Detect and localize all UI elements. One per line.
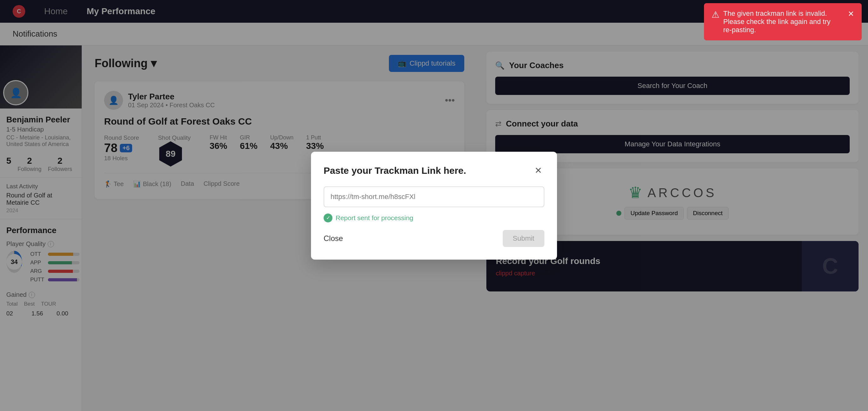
close-icon[interactable]: ✕ bbox=[848, 9, 854, 18]
trackman-modal: Paste your Trackman Link here. ✕ ✓ Repor… bbox=[311, 152, 557, 260]
modal-submit-button[interactable]: Submit bbox=[503, 230, 545, 247]
modal-close-text-button[interactable]: Close bbox=[323, 234, 343, 243]
error-message: The given trackman link is invalid. Plea… bbox=[723, 9, 840, 34]
success-message: ✓ Report sent for processing bbox=[323, 214, 545, 222]
modal-close-button[interactable]: ✕ bbox=[532, 164, 545, 177]
modal-header: Paste your Trackman Link here. ✕ bbox=[323, 164, 545, 177]
modal-title: Paste your Trackman Link here. bbox=[323, 165, 466, 176]
trackman-link-input[interactable] bbox=[323, 186, 545, 207]
error-banner: ⚠ The given trackman link is invalid. Pl… bbox=[704, 3, 862, 40]
modal-overlay: Paste your Trackman Link here. ✕ ✓ Repor… bbox=[0, 0, 868, 411]
warning-icon: ⚠ bbox=[712, 9, 719, 20]
success-check-icon: ✓ bbox=[323, 214, 333, 222]
success-text: Report sent for processing bbox=[336, 214, 413, 222]
modal-footer: Close Submit bbox=[323, 230, 545, 247]
